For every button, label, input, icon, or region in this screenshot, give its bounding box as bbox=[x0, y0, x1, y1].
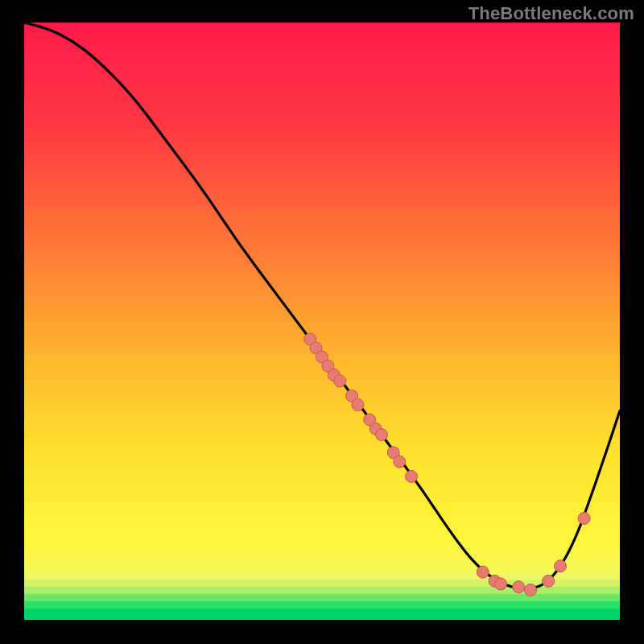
marker-valley-cluster-6 bbox=[555, 560, 567, 572]
marker-upper-cluster-7 bbox=[352, 398, 364, 411]
bottleneck-chart bbox=[0, 0, 644, 644]
marker-valley-cluster-0 bbox=[477, 566, 489, 578]
marker-valley-cluster-4 bbox=[525, 584, 537, 596]
marker-valley-cluster-5 bbox=[543, 575, 555, 587]
floor-band-5 bbox=[24, 572, 620, 580]
marker-upper-cluster-13 bbox=[406, 470, 418, 482]
floor-band-1 bbox=[24, 601, 620, 608]
marker-tail-point-0 bbox=[578, 512, 590, 524]
chart-stage: TheBottleneck.com bbox=[0, 0, 644, 644]
watermark-text: TheBottleneck.com bbox=[469, 3, 634, 24]
marker-upper-cluster-12 bbox=[394, 456, 406, 468]
marker-valley-cluster-2 bbox=[495, 578, 507, 590]
marker-upper-cluster-5 bbox=[334, 375, 346, 387]
marker-valley-cluster-3 bbox=[513, 581, 525, 593]
floor-band-0 bbox=[24, 608, 620, 620]
gradient-field bbox=[24, 23, 620, 620]
marker-upper-cluster-10 bbox=[376, 429, 388, 441]
